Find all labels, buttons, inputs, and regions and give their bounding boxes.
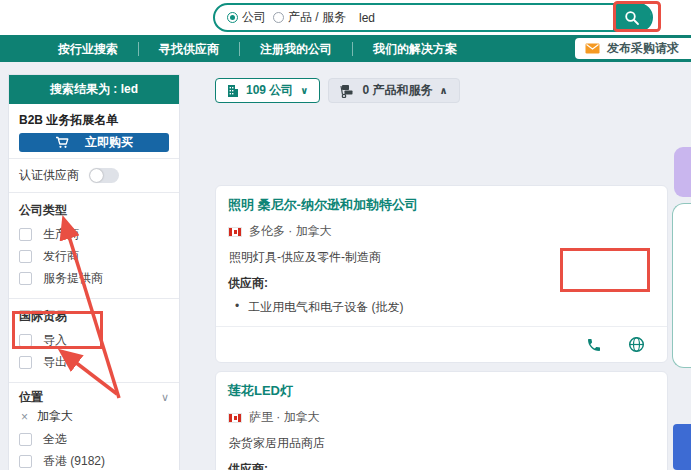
filter-label: 导出 [43,354,67,371]
companies-tab-button[interactable]: 109 公司 ∨ [215,78,320,103]
filter-import[interactable]: 导入 [19,332,169,349]
result-cards: 照明 桑尼尔-纳尔逊和加勒特公司 多伦多 · 加拿大 照明灯具-供应及零件-制造… [215,185,668,470]
company-location: 多伦多 · 加拿大 [249,223,332,240]
bullet-icon: • [235,299,239,316]
radio-unselected-icon[interactable] [273,12,284,23]
company-category: 照明灯具-供应及零件-制造商 [228,249,655,266]
company-name-link[interactable]: 照明 桑尼尔-纳尔逊和加勒特公司 [228,196,655,214]
checkbox[interactable] [19,433,32,446]
company-radio-label: 公司 [242,9,266,26]
search-type-company[interactable]: 公司 [227,9,266,26]
location-section: 位置 ∨ × 加拿大 全选 香港 (9182) 中国 (2206) 印度 ( [9,383,179,470]
remove-filter-icon[interactable]: × [21,410,28,424]
companies-count-label: 109 公司 [246,82,293,99]
supply-item: • 工业用电气和电子设备 (批发) [228,299,655,316]
nav-our-solutions[interactable]: 我们的解决方案 [352,42,477,56]
filter-option-producer[interactable]: 生产商 [19,226,169,243]
phone-icon [586,337,602,353]
canada-flag-icon [228,413,242,423]
loc-select-all[interactable]: 全选 [19,431,169,448]
search-icon [624,10,640,26]
loc-hongkong[interactable]: 香港 (9182) [19,453,169,470]
publish-request-label: 发布采购请求 [607,40,679,57]
b2b-list-label: B2B 业务拓展名单 [19,112,169,129]
nav-search-by-industry[interactable]: 按行业搜索 [38,42,138,56]
supplier-label: 供应商: [228,461,655,470]
selected-location-canada: × 加拿大 [21,408,169,425]
company-location-row: 多伦多 · 加拿大 [228,223,655,240]
supplier-label: 供应商: [228,275,655,292]
building-icon [227,84,239,98]
filter-label: 生产商 [43,226,79,243]
results-toolbar: 109 公司 ∨ 0 产品和服务 ∧ [215,78,668,103]
publish-request-button[interactable]: 发布采购请求 [575,38,691,59]
result-card-1: 照明 桑尼尔-纳尔逊和加勒特公司 多伦多 · 加拿大 照明灯具-供应及零件-制造… [215,185,668,363]
top-search-area: 公司 产品 / 服务 [0,0,691,35]
verified-supplier-toggle[interactable] [89,168,119,183]
main-nav: 按行业搜索 寻找供应商 注册我的公司 我们的解决方案 发布采购请求 [0,35,691,62]
filter-label: 香港 (9182) [43,453,105,470]
buy-now-label: 立即购买 [85,134,133,151]
filter-label: 导入 [43,332,67,349]
filter-option-service-provider[interactable]: 服务提供商 [19,270,169,287]
nav-register-my-company[interactable]: 注册我的公司 [239,42,352,56]
filter-option-distributor[interactable]: 发行商 [19,248,169,265]
selected-location-label: 加拿大 [37,408,73,425]
company-type-title: 公司类型 [19,202,169,219]
products-count-label: 0 产品和服务 [362,82,432,99]
checkbox[interactable] [19,455,32,468]
side-widget-blue[interactable] [673,424,691,470]
contact-actions [216,326,667,362]
filter-sidebar: 搜索结果为 : led B2B 业务拓展名单 立即购买 认证供应商 公司类型 [8,74,180,470]
b2b-list-section: B2B 业务拓展名单 立即购买 [9,104,179,159]
products-tab-button[interactable]: 0 产品和服务 ∧ [328,78,459,103]
chevron-down-icon: ∨ [300,85,308,96]
checkbox[interactable] [19,272,32,285]
checkbox[interactable] [19,356,32,369]
b2b-search-results-page: 公司 产品 / 服务 按行业搜索 寻找供应商 注册我的公司 我们的解决方案 [0,0,691,470]
search-input[interactable] [359,11,606,25]
company-category: 杂货家居用品商店 [228,435,655,452]
verified-supplier-label: 认证供应商 [19,167,79,184]
side-widget-purple[interactable] [674,147,691,197]
radio-selected-icon[interactable] [227,12,238,23]
international-trade-section: 国际贸易 导入 导出 [9,299,179,383]
company-location-row: 萨里 · 加拿大 [228,409,655,426]
buy-now-button[interactable]: 立即购买 [19,133,169,152]
verified-supplier-row: 认证供应商 [9,159,179,193]
nav-find-suppliers[interactable]: 寻找供应商 [138,42,239,56]
filter-label: 发行商 [43,248,79,265]
location-title: 位置 [19,389,43,406]
product-radio-label: 产品 / 服务 [288,9,346,26]
canada-flag-icon [228,227,242,237]
chevron-down-icon[interactable]: ∨ [161,391,169,404]
search-button[interactable] [613,3,651,32]
search-bar: 公司 产品 / 服务 [213,3,653,32]
checkbox[interactable] [19,334,32,347]
cart-icon [55,136,69,149]
trade-title: 国际贸易 [19,308,169,325]
envelope-icon [585,43,600,54]
side-widget-panel[interactable] [672,203,691,368]
filter-export[interactable]: 导出 [19,354,169,371]
filter-label: 服务提供商 [43,270,103,287]
company-name-link[interactable]: 莲花LED灯 [228,382,655,400]
company-type-section: 公司类型 生产商 发行商 服务提供商 [9,193,179,299]
chevron-up-icon: ∧ [440,85,448,96]
supply-text: 工业用电气和电子设备 (批发) [248,299,403,316]
phone-button[interactable] [586,336,602,353]
filter-label: 全选 [43,431,67,448]
website-button[interactable] [628,336,645,353]
company-location: 萨里 · 加拿大 [249,409,320,426]
hand-truck-icon [340,84,355,98]
search-type-product[interactable]: 产品 / 服务 [273,9,346,26]
results-area: 109 公司 ∨ 0 产品和服务 ∧ 照明 桑尼尔-纳尔逊和加勒特公司 [215,76,668,470]
result-card-2: 莲花LED灯 萨里 · 加拿大 杂货家居用品商店 供应商: • 零售贸易、家具、… [215,371,668,470]
location-header[interactable]: 位置 ∨ [19,389,169,406]
checkbox[interactable] [19,228,32,241]
globe-icon [628,336,645,353]
search-results-header: 搜索结果为 : led [9,75,179,104]
checkbox[interactable] [19,250,32,263]
